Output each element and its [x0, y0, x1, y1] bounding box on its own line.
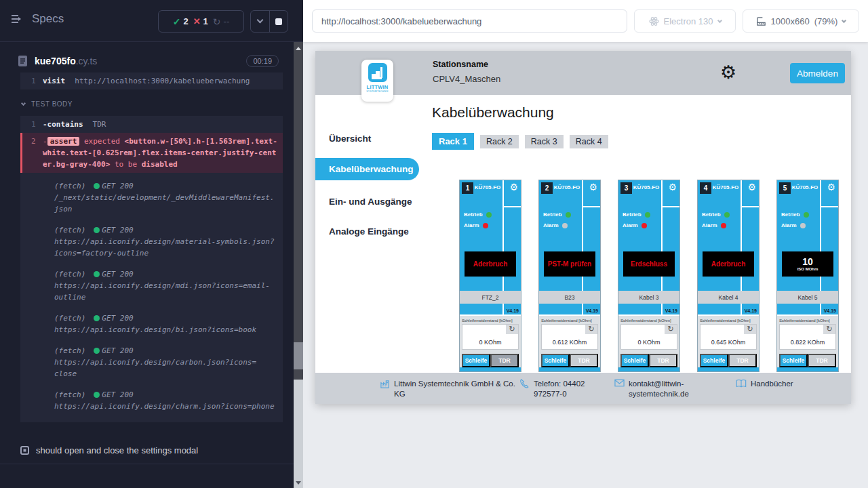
phone-icon	[519, 379, 530, 399]
card-actions: SchleifeTDR	[700, 354, 757, 367]
scroll-down-arrow-icon[interactable]	[296, 481, 301, 485]
tdr-button[interactable]: TDR	[570, 354, 598, 367]
measurement-display: ↻0.612 KOhm	[541, 324, 598, 350]
viewport-size: 1000x660	[771, 16, 810, 26]
test-body-section-header[interactable]: TEST BODY	[22, 98, 294, 110]
sidebar-item-1[interactable]: Übersicht	[329, 134, 371, 144]
card-settings-gear-icon[interactable]: ⚙	[747, 182, 756, 192]
fetch-log-entry[interactable]: (fetch)GET 200https://api.iconify.design…	[20, 220, 283, 264]
fetch-url: https://api.iconify.design/carbon.json?​…	[54, 358, 256, 378]
browser-select[interactable]: Electron 130	[634, 9, 736, 33]
rack-tab-4[interactable]: Rack 4	[570, 135, 608, 148]
spec-file-row[interactable]: kue705fo .cy.ts 00:19	[0, 50, 294, 72]
fetch-log-entry[interactable]: (fetch)GET 200https://api.iconify.design…	[20, 308, 283, 340]
passed-count: 2	[183, 16, 188, 26]
tdr-button[interactable]: TDR	[728, 354, 757, 367]
schleife-button[interactable]: Schleife	[462, 354, 490, 367]
refresh-icon[interactable]: ↻	[506, 325, 518, 334]
refresh-icon[interactable]: ↻	[823, 325, 835, 334]
fetch-log-entry[interactable]: (fetch)GET 200/_next/static/development/…	[20, 176, 283, 220]
panel-divider	[820, 304, 821, 314]
alarm-status-display: 10ISO MOhm	[782, 251, 833, 277]
reporter-footer: should open and close the settings modal	[0, 437, 294, 488]
schleife-button[interactable]: Schleife	[700, 354, 728, 367]
scrollbar-track-lower[interactable]	[294, 380, 303, 488]
panel-divider	[661, 304, 663, 314]
measurement-panel: Schleifenwiderstand [kOhm]↻0.612 KOhmSch…	[539, 314, 600, 369]
littwin-logo-icon	[368, 63, 387, 82]
card-bottom-strip	[618, 367, 679, 371]
app-main: Kabelüberwachung Rack 1Rack 2Rack 3Rack …	[420, 95, 851, 373]
rack-tab-1[interactable]: Rack 1	[432, 133, 474, 150]
firmware-version: V4.19	[745, 308, 757, 313]
device-card: 5KÜ705-FO⚙BetriebAlarm10ISO MOhmKabel 5V…	[776, 180, 839, 372]
tdr-button[interactable]: TDR	[490, 354, 519, 367]
logout-button[interactable]: Abmelden	[790, 63, 845, 83]
url-input[interactable]: http://localhost:3000/kabelueberwachung	[312, 9, 627, 33]
schleife-button[interactable]: Schleife	[541, 354, 570, 367]
brand-subtitle: SYSTEMTECHNIK	[366, 90, 388, 93]
slot-number: 2	[541, 182, 553, 194]
scroll-up-arrow-icon[interactable]	[296, 47, 301, 50]
sidebar-item-3[interactable]: Ein- und Ausgänge	[329, 197, 412, 207]
slot-number: 1	[462, 182, 473, 194]
specs-menu-button[interactable]: Specs	[11, 12, 64, 26]
footer-item-4[interactable]: Handbücher	[736, 379, 793, 389]
card-settings-gear-icon[interactable]: ⚙	[668, 182, 677, 192]
fetch-log-entry[interactable]: (fetch)GET 200https://api.iconify.design…	[20, 340, 283, 384]
settings-gear-icon[interactable]: ⚙	[718, 62, 738, 83]
card-settings-gear-icon[interactable]: ⚙	[509, 182, 518, 192]
fetch-url: https://api.iconify.design/bi.json?​icon…	[54, 325, 256, 334]
collapse-button[interactable]	[251, 11, 269, 32]
stop-icon	[275, 18, 282, 25]
tdr-button[interactable]: TDR	[649, 354, 677, 367]
spec-name: kue705fo	[35, 56, 76, 66]
app-sidebar: ÜbersichtKabelüberwachungEin- und Ausgän…	[315, 95, 420, 373]
betrieb-label: Betrieb	[781, 211, 800, 218]
electron-icon	[649, 16, 659, 26]
scrollbar-thumb[interactable]	[294, 342, 303, 369]
ruler-icon	[756, 16, 766, 26]
tdr-button[interactable]: TDR	[808, 354, 836, 367]
viewport-select[interactable]: 1000x660 (79%)	[743, 9, 859, 33]
stop-button[interactable]	[269, 11, 288, 32]
measurement-value: 0 KOhm	[462, 339, 518, 346]
rack-tab-3[interactable]: Rack 3	[525, 135, 564, 148]
alarm-status-text: Aderbruch	[473, 260, 508, 268]
card-actions: SchleifeTDR	[620, 354, 677, 367]
refresh-icon[interactable]: ↻	[585, 325, 597, 334]
schleife-button[interactable]: Schleife	[620, 354, 649, 367]
fetch-log-entry[interactable]: (fetch)GET 200https://api.iconify.design…	[20, 264, 283, 308]
fetch-tag: (fetch)	[54, 314, 85, 323]
success-dot-icon	[94, 227, 100, 233]
measurement-value: 0.822 KOhm	[780, 339, 835, 346]
fetch-tag: (fetch)	[54, 390, 85, 399]
reporter-scrollbar[interactable]	[294, 42, 303, 488]
next-test-row[interactable]: should open and close the settings modal	[0, 437, 294, 455]
visit-command[interactable]: 1 visithttp://localhost:3000/kabelueberw…	[20, 73, 283, 89]
url-text: http://localhost:3000/kabelueberwachung	[321, 16, 481, 26]
sidebar-item-4[interactable]: Analoge Eingänge	[329, 226, 409, 237]
fetch-log-entry[interactable]: (fetch)GET 200https://api.iconify.design…	[20, 384, 283, 417]
contains-command[interactable]: 1 -containsTDR	[20, 116, 283, 133]
footer-item-2[interactable]: Telefon: 04402 972577-0	[519, 379, 601, 399]
betrieb-led-row: Betrieb	[781, 211, 809, 218]
rack-tab-2[interactable]: Rack 2	[480, 135, 519, 148]
refresh-icon[interactable]: ↻	[744, 325, 756, 334]
card-settings-gear-icon[interactable]: ⚙	[589, 182, 597, 192]
sidebar-item-2[interactable]: Kabelüberwachung	[315, 158, 419, 180]
assert-tobe: to be	[115, 160, 137, 169]
station-label: Stationsname	[433, 60, 500, 69]
refresh-icon[interactable]: ↻	[665, 325, 677, 334]
footer-item-3[interactable]: kontakt@littwin-systemtechnik.de	[614, 379, 709, 399]
card-settings-gear-icon[interactable]: ⚙	[827, 182, 835, 192]
cable-name: Kabel 5	[777, 291, 838, 304]
failed-assert-command[interactable]: 2 -assert expected <button.w-[50%].h-[1.…	[20, 133, 283, 173]
alarm-led-icon	[721, 223, 726, 228]
device-model: KÜ705-FO	[632, 184, 660, 190]
alarm-led-icon	[562, 223, 568, 228]
betrieb-led-row: Betrieb	[702, 211, 730, 218]
measurement-display: ↻0 KOhm	[462, 324, 519, 350]
fetch-url: https://api.iconify.design/charm.json?​i…	[54, 402, 275, 411]
schleife-button[interactable]: Schleife	[779, 354, 808, 367]
